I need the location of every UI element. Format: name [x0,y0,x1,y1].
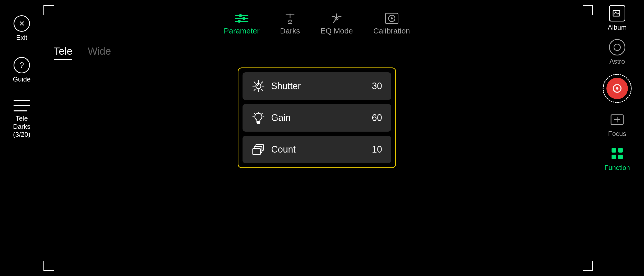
astro-icon [609,39,625,55]
parameter-icon [235,13,248,24]
darks-nav-icon [283,13,297,24]
sidebar-item-guide[interactable]: ? Guide [13,57,30,83]
capture-button-container [602,73,632,104]
top-nav: Parameter Darks [224,13,410,35]
album-icon [609,5,625,21]
function-dot-4 [618,155,623,159]
right-item-focus[interactable]: Focus [608,111,626,138]
eq-mode-icon [330,13,343,24]
guide-icon: ? [14,57,30,73]
svg-rect-30 [253,148,260,155]
count-label: Count [271,144,361,155]
darks-line-1 [14,100,30,101]
function-label: Function [604,164,630,172]
sub-tab-wide[interactable]: Wide [88,45,111,60]
capture-btn-dot [616,87,618,90]
tele-darks-label: Tele Darks (3/20) [13,114,30,139]
count-value: 10 [367,144,382,155]
params-panel: Shutter 30 Gain 60 [238,67,396,168]
nav-item-eq-mode[interactable]: EQ Mode [320,13,353,35]
sidebar-item-tele-darks[interactable]: Tele Darks (3/20) [13,99,30,139]
right-item-album[interactable]: Album [608,5,627,31]
sidebar-item-exit[interactable]: ✕ Exit [14,15,30,42]
nav-label-parameter: Parameter [224,27,260,35]
focus-label: Focus [608,130,626,138]
darks-line-2 [14,105,30,106]
focus-icon [609,111,625,128]
shutter-label: Shutter [271,81,361,91]
function-dot-3 [612,155,616,159]
nav-label-eq-mode: EQ Mode [320,27,353,35]
svg-line-19 [261,82,263,83]
right-item-function[interactable]: Function [604,145,630,172]
gain-icon [252,111,265,124]
svg-line-20 [254,89,256,91]
astro-label: Astro [610,57,625,65]
nav-label-darks: Darks [280,27,300,35]
gain-value: 60 [367,112,382,123]
main-content: Parameter Darks [43,0,590,276]
svg-line-18 [261,89,263,91]
svg-line-26 [254,113,255,114]
param-row-shutter[interactable]: Shutter 30 [243,72,391,100]
param-row-count[interactable]: Count 10 [243,136,391,163]
calibration-icon [385,13,398,24]
svg-line-17 [254,82,256,83]
left-sidebar: ✕ Exit ? Guide Tele Darks (3/20) [0,0,43,276]
darks-line-3 [14,110,27,111]
exit-icon: ✕ [14,15,30,32]
svg-point-1 [615,12,616,13]
shutter-icon [252,79,265,93]
nav-label-calibration: Calibration [373,27,410,35]
gain-label: Gain [271,112,361,123]
function-dot-1 [612,148,616,153]
nav-item-calibration[interactable]: Calibration [373,13,410,35]
function-icon [609,145,625,162]
right-sidebar: Album Astro Focus [590,0,644,276]
sub-tab-tele[interactable]: Tele [54,45,72,60]
count-icon [252,143,265,156]
svg-line-27 [262,113,263,114]
nav-item-darks[interactable]: Darks [280,13,300,35]
right-item-astro[interactable]: Astro [609,39,625,65]
tele-darks-icon [14,99,30,112]
exit-label: Exit [16,34,27,42]
album-label: Album [608,24,627,31]
guide-label: Guide [13,75,30,83]
capture-button[interactable] [606,78,628,99]
nav-item-parameter[interactable]: Parameter [224,13,260,35]
param-row-gain[interactable]: Gain 60 [243,104,391,132]
shutter-value: 30 [367,81,382,91]
function-dot-2 [618,148,623,153]
capture-btn-inner [613,84,622,93]
sub-tabs: Tele Wide [54,45,111,60]
